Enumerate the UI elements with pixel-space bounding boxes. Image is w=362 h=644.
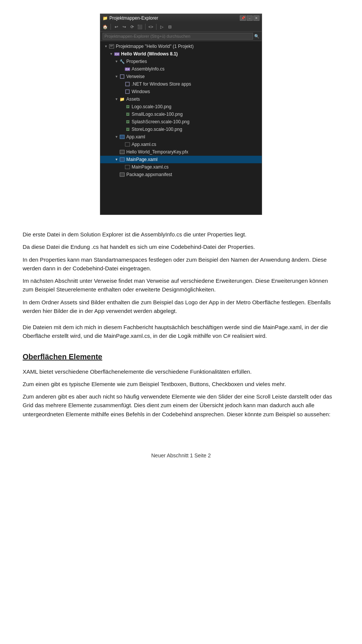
- paragraph-1: Die erste Datei in dem Solution Explorer…: [23, 230, 339, 239]
- logo-icon: 🖼: [124, 104, 130, 110]
- appxamlcs-label: App.xaml.cs: [132, 142, 156, 147]
- mainpagecs-icon: [124, 164, 130, 170]
- hellokey-icon: [119, 149, 125, 155]
- appxamlcs-icon: [124, 141, 130, 147]
- windows-icon: [124, 89, 130, 95]
- hellokey-label: Hello World_TemporaryKey.pfx: [126, 149, 188, 155]
- svg-rect-6: [120, 135, 124, 139]
- search-input[interactable]: [103, 33, 253, 40]
- window-icon: 📁: [103, 16, 108, 21]
- storelogo-label: StoreLogo.scale-100.png: [132, 127, 182, 132]
- tree-item-project[interactable]: C# Hello World (Windows 8.1): [100, 50, 262, 58]
- tree-item-mainpagecs[interactable]: MainPage.xaml.cs: [100, 163, 262, 171]
- project-expand-arrow[interactable]: [109, 51, 114, 57]
- verweise-expand-arrow[interactable]: [114, 74, 119, 79]
- tree-item-windows[interactable]: Windows: [100, 88, 262, 95]
- tree-item-appxamlcs[interactable]: App.xaml.cs: [100, 141, 262, 148]
- paragraph-3: In den Properties kann man Standartnames…: [23, 255, 339, 273]
- tree-item-solution[interactable]: Projektmappe "Hello World" (1 Projekt): [100, 43, 262, 50]
- section-paragraph-1: XAML bietet verschiedene Oberflächenelem…: [23, 367, 339, 376]
- splashscreen-icon: 🖼: [124, 119, 130, 125]
- properties-folder-icon: 🔧: [119, 58, 125, 64]
- refresh-button[interactable]: ⟳: [129, 23, 135, 30]
- smalllogo-label: SmallLogo.scale-100.png: [132, 112, 183, 117]
- appxaml-label: App.xaml: [126, 134, 145, 140]
- assets-folder-icon: 📁: [119, 96, 125, 102]
- mainpagecs-label: MainPage.xaml.cs: [132, 164, 169, 170]
- properties-label: Properties: [126, 59, 147, 64]
- page-footer: Neuer Abschnitt 1 Seite 2: [0, 452, 362, 466]
- tree-item-packagemanifest[interactable]: Package.appxmanifest: [100, 171, 262, 178]
- svg-rect-1: [110, 45, 113, 46]
- appxaml-icon: [119, 134, 125, 140]
- netstore-icon: [124, 81, 130, 87]
- tree-item-assets[interactable]: 📁 Assets: [100, 95, 262, 103]
- search-bar: 🔍: [100, 32, 262, 41]
- document-content: Die erste Datei in dem Solution Explorer…: [0, 215, 362, 437]
- assemblyinfo-label: AssemblyInfo.cs: [132, 66, 164, 72]
- tree-item-hellokey[interactable]: Hello World_TemporaryKey.pfx: [100, 148, 262, 156]
- svg-rect-7: [125, 143, 130, 146]
- stop-button[interactable]: ⬛: [137, 23, 143, 30]
- titlebar-controls: 📌 – ✕: [240, 15, 259, 21]
- home-button[interactable]: 🏠: [102, 23, 109, 30]
- tree-item-properties[interactable]: 🔧 Properties: [100, 58, 262, 65]
- solution-expand-arrow[interactable]: [103, 44, 109, 49]
- svg-rect-9: [120, 158, 124, 161]
- svg-rect-4: [126, 82, 129, 86]
- tree-item-assemblyinfo[interactable]: C# AssemblyInfo.cs: [100, 65, 262, 73]
- footer-text: Neuer Abschnitt 1 Seite 2: [151, 452, 211, 458]
- code-view-button[interactable]: <>: [147, 23, 154, 30]
- paragraph-2: Da diese Datei die Endung .cs hat handel…: [23, 242, 339, 251]
- window-title: Projektmappen-Explorer: [109, 15, 158, 21]
- forward-button[interactable]: ↪: [121, 23, 127, 30]
- section-title: Oberflächen Elemente: [23, 353, 339, 361]
- smalllogo-icon: 🖼: [124, 111, 130, 117]
- tree-item-logo[interactable]: 🖼 Logo.scale-100.png: [100, 103, 262, 110]
- packagemanifest-label: Package.appxmanifest: [126, 172, 172, 177]
- paragraph-5: In dem Ordner Assets sind Bilder enthalt…: [23, 298, 339, 316]
- svg-rect-5: [126, 90, 129, 94]
- mainpagexaml-label: MainPage.xaml: [126, 157, 158, 162]
- assemblyinfo-icon: C#: [124, 66, 130, 72]
- tree-item-splashscreen[interactable]: 🖼 SplashScreen.scale-100.png: [100, 118, 262, 126]
- collapse-button[interactable]: ⊟: [166, 23, 173, 30]
- solution-label: Projektmappe "Hello World" (1 Projekt): [116, 44, 193, 49]
- appxaml-expand-arrow[interactable]: [114, 134, 119, 140]
- logo-label: Logo.scale-100.png: [132, 104, 171, 109]
- close-button[interactable]: ✕: [253, 15, 259, 21]
- project-icon: C#: [114, 51, 120, 57]
- props-button[interactable]: ▷: [158, 23, 165, 30]
- tree-item-mainpagexaml[interactable]: MainPage.xaml: [100, 156, 262, 163]
- search-icon: 🔍: [254, 34, 259, 39]
- tree-item-netstore[interactable]: .NET for Windows Store apps: [100, 80, 262, 88]
- tree-item-verweise[interactable]: Verweise: [100, 73, 262, 80]
- titlebar: 📁 Projektmappen-Explorer 📌 – ✕: [100, 14, 262, 22]
- solution-tree: Projektmappe "Hello World" (1 Projekt) C…: [100, 41, 262, 215]
- svg-rect-3: [120, 75, 124, 78]
- tree-item-smalllogo[interactable]: 🖼 SmallLogo.scale-100.png: [100, 110, 262, 118]
- pin-button[interactable]: 📌: [240, 15, 246, 21]
- assets-expand-arrow[interactable]: [114, 97, 119, 102]
- tree-item-storelogo[interactable]: 🖼 StoreLogo.scale-100.png: [100, 126, 262, 133]
- paragraph-6: Die Dateien mit dem ich mich in diesem F…: [23, 323, 339, 340]
- section-paragraph-3: Zum anderen gibt es aber auch nicht so h…: [23, 392, 339, 419]
- tree-item-appxaml[interactable]: App.xaml: [100, 133, 262, 141]
- verweise-label: Verweise: [126, 74, 145, 79]
- mainpagexaml-icon: [119, 156, 125, 163]
- svg-rect-10: [125, 165, 130, 169]
- properties-expand-arrow[interactable]: [114, 59, 119, 64]
- storelogo-icon: 🖼: [124, 126, 130, 132]
- mainpagexaml-expand-arrow[interactable]: [114, 157, 119, 162]
- windows-label: Windows: [132, 89, 150, 94]
- toolbar-sep-3: [156, 24, 156, 30]
- verweise-icon: [119, 74, 125, 80]
- paragraph-4: Im nächsten Abschnitt unter Verweise fin…: [23, 276, 339, 294]
- back-button[interactable]: ↩: [113, 23, 120, 30]
- minimize-button[interactable]: –: [247, 15, 253, 21]
- section-paragraph-2: Zum einen gibt es typische Elemente wie …: [23, 380, 339, 388]
- splashscreen-label: SplashScreen.scale-100.png: [132, 119, 189, 124]
- svg-rect-2: [110, 46, 112, 47]
- toolbar-sep-2: [145, 24, 146, 30]
- project-label: Hello World (Windows 8.1): [121, 51, 178, 57]
